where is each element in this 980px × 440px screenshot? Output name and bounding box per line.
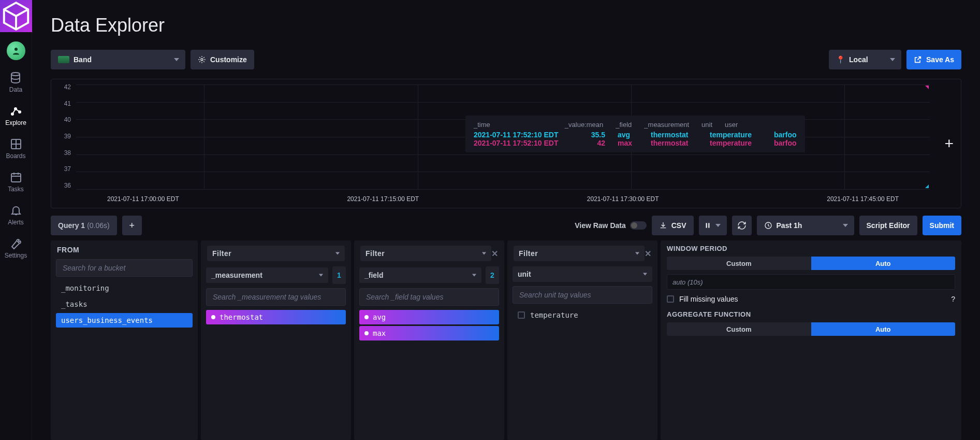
bucket-item-selected[interactable]: users_business_events — [56, 313, 193, 328]
add-cell-button[interactable]: + — [944, 135, 954, 152]
filter-type-select[interactable]: Filter — [207, 246, 345, 261]
builder-filter-column: Filter _measurement 1 thermostat — [201, 240, 351, 440]
filter-search-input[interactable] — [359, 288, 499, 306]
x-tick: 2021-07-11 17:30:00 EDT — [587, 195, 659, 203]
filter-label: Filter — [365, 249, 385, 258]
filter-value-selected[interactable]: avg — [359, 310, 499, 324]
filter-search-input[interactable] — [206, 288, 346, 306]
viz-type-label: Band — [74, 55, 92, 64]
submit-button[interactable]: Submit — [923, 216, 961, 235]
bucket-search-input[interactable] — [56, 259, 193, 277]
customize-label: Customize — [210, 55, 247, 64]
add-query-button[interactable]: + — [122, 216, 142, 235]
time-range-select[interactable]: Past 1h — [757, 216, 854, 235]
sidebar-item-explore[interactable]: Explore — [5, 105, 26, 126]
filter-label: Filter — [519, 249, 538, 258]
sidebar-item-tasks[interactable]: Tasks — [8, 171, 24, 193]
filter-key-select[interactable]: _field — [359, 267, 481, 283]
bucket-item[interactable]: _tasks — [56, 297, 193, 311]
from-header: FROM — [51, 240, 198, 259]
filter-key-select[interactable]: unit — [513, 266, 652, 282]
customize-button[interactable]: Customize — [191, 50, 254, 69]
tooltip-row: 2021-07-11 17:52:10 EDT 42 max thermosta… — [474, 139, 797, 147]
filter-value-list: temperature — [513, 308, 652, 322]
database-icon — [9, 72, 22, 84]
filter-value-label: max — [373, 329, 386, 337]
svg-point-12 — [201, 59, 203, 61]
filter-search-input[interactable] — [513, 286, 652, 304]
x-tick: 2021-07-11 17:15:00 EDT — [347, 195, 419, 203]
sidebar-label: Alerts — [8, 219, 24, 226]
filter-type-select[interactable]: Filter — [360, 246, 491, 261]
script-editor-button[interactable]: Script Editor — [859, 216, 917, 235]
y-tick: 36 — [57, 182, 71, 189]
tooltip-row: 2021-07-11 17:52:10 EDT 35.5 avg thermos… — [474, 131, 797, 139]
builder-from-column: FROM _monitoring _tasks users_business_e… — [51, 240, 198, 440]
timezone-select[interactable]: 📍 Local — [829, 50, 901, 69]
tooltip-user: barfoo — [774, 139, 797, 147]
query-builder: FROM _monitoring _tasks users_business_e… — [51, 240, 961, 440]
filter-value-selected[interactable]: max — [359, 326, 499, 340]
tooltip-unit: temperature — [710, 139, 762, 147]
query-tab-label: Query 1 — [58, 221, 85, 230]
refresh-pause-select[interactable] — [699, 216, 727, 235]
filter-value-label: avg — [373, 313, 386, 321]
view-raw-toggle[interactable]: View Raw Data — [575, 221, 647, 230]
app-logo[interactable] — [0, 0, 32, 32]
tooltip-time: 2021-07-11 17:52:10 EDT — [474, 131, 567, 139]
filter-key-select[interactable]: _measurement — [206, 267, 328, 283]
calendar-icon — [10, 171, 22, 183]
sidebar-label: Settings — [5, 252, 27, 259]
filter-label: Filter — [212, 249, 231, 258]
close-icon[interactable]: ✕ — [491, 249, 499, 259]
tooltip-measurement: thermostat — [651, 131, 697, 139]
window-period-toggle: Custom Auto — [667, 257, 955, 270]
save-as-button[interactable]: Save As — [906, 50, 961, 69]
refresh-button[interactable] — [732, 216, 752, 235]
explore-icon — [10, 105, 22, 117]
filter-type-select[interactable]: Filter — [514, 246, 645, 261]
filter-header: Filter — [201, 240, 351, 266]
filter-value[interactable]: temperature — [513, 308, 652, 322]
close-icon[interactable]: ✕ — [645, 249, 652, 259]
query-timing: (0.06s) — [87, 221, 110, 230]
window-auto-option[interactable]: Auto — [811, 257, 956, 270]
sidebar-label: Boards — [6, 152, 25, 160]
main-content: Data Explorer Band Customize 📍 Local Sav… — [32, 0, 980, 440]
y-tick: 41 — [57, 100, 71, 107]
sidebar-item-alerts[interactable]: Alerts — [8, 204, 24, 226]
chart-y-axis: 42 41 40 39 38 37 36 — [57, 83, 71, 189]
query-tab[interactable]: Query 1 (0.06s) — [51, 216, 117, 235]
view-raw-label: View Raw Data — [575, 221, 626, 230]
filter-count-badge: 1 — [332, 266, 346, 284]
dot-icon — [364, 315, 369, 319]
agg-auto-option[interactable]: Auto — [811, 322, 956, 336]
svg-rect-8 — [11, 174, 21, 182]
save-as-label: Save As — [926, 55, 954, 64]
tooltip-header: _time _value:mean _field _measurement un… — [474, 121, 797, 129]
tooltip-col: _measurement — [644, 121, 689, 129]
user-avatar[interactable] — [7, 41, 25, 60]
sidebar-item-boards[interactable]: Boards — [6, 138, 25, 160]
window-custom-option[interactable]: Custom — [667, 257, 811, 270]
chart-x-axis: 2021-07-11 17:00:00 EDT 2021-07-11 17:15… — [76, 195, 930, 203]
help-icon[interactable]: ? — [951, 295, 955, 303]
bucket-item[interactable]: _monitoring — [56, 281, 193, 295]
agg-custom-option[interactable]: Custom — [667, 322, 811, 336]
filter-header: Filter ✕ — [507, 240, 657, 266]
chart-marker — [925, 184, 929, 188]
tooltip-col: unit — [701, 121, 712, 129]
tooltip-field: avg — [618, 131, 638, 139]
filter-key-label: unit — [518, 270, 531, 278]
csv-export-button[interactable]: CSV — [652, 216, 694, 235]
sidebar-item-data[interactable]: Data — [9, 72, 22, 93]
sidebar-item-settings[interactable]: Settings — [5, 237, 27, 259]
tooltip-measurement: thermostat — [651, 139, 697, 147]
page-title: Data Explorer — [51, 15, 961, 36]
fill-missing-toggle[interactable]: Fill missing values ? — [661, 292, 961, 306]
export-icon — [914, 55, 922, 64]
tooltip-value: 35.5 — [579, 131, 605, 139]
viz-type-select[interactable]: Band — [51, 50, 185, 69]
wrench-icon — [9, 237, 22, 250]
filter-value-selected[interactable]: thermostat — [206, 310, 346, 324]
